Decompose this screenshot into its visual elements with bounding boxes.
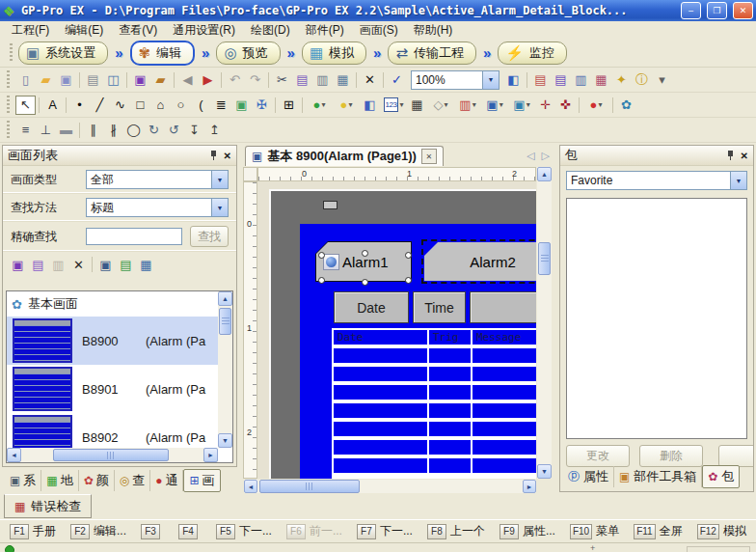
toolbar-button[interactable]: ⊥ bbox=[36, 121, 56, 140]
screen-list-item[interactable]: B8902 (Alarm (Pa bbox=[7, 413, 218, 448]
tab-close-icon[interactable]: ✕ bbox=[421, 149, 437, 164]
menu-item[interactable]: 画面(S) bbox=[352, 21, 406, 39]
chevron-down-icon[interactable]: ▼ bbox=[211, 171, 228, 188]
toolbar-button[interactable]: ▥ bbox=[312, 70, 333, 90]
function-key[interactable]: F10 菜单 bbox=[570, 523, 619, 539]
canvas-vscrollbar[interactable]: ▲ ▼ bbox=[537, 167, 552, 479]
selection-handle[interactable] bbox=[318, 277, 325, 284]
toolbar-button[interactable]: ▶ bbox=[198, 70, 218, 90]
scroll-thumb[interactable] bbox=[53, 449, 169, 461]
panel-tab[interactable]: ▣ 部件工具箱 bbox=[614, 466, 702, 487]
selection-handle[interactable] bbox=[362, 279, 368, 286]
toolbar-button[interactable]: ▤ bbox=[551, 70, 571, 90]
toolbar-button[interactable]: ▤ bbox=[292, 70, 312, 90]
menu-item[interactable]: 帮助(H) bbox=[406, 21, 461, 39]
scroll-thumb[interactable] bbox=[259, 480, 360, 493]
toolbar-button[interactable]: ∥ bbox=[83, 121, 103, 140]
close-button[interactable]: ✕ bbox=[733, 2, 753, 19]
function-key[interactable]: F9 属性... bbox=[500, 523, 555, 539]
menu-item[interactable]: 部件(P) bbox=[298, 21, 352, 39]
selection-handle[interactable] bbox=[405, 252, 412, 259]
error-check-tab[interactable]: ▦ 错误检查 bbox=[4, 494, 92, 518]
toolbar-button[interactable]: ∦ bbox=[103, 121, 123, 140]
next-tab-icon[interactable]: ▷ bbox=[542, 150, 550, 162]
find-button[interactable]: 查找 bbox=[190, 226, 229, 247]
minimize-button[interactable]: – bbox=[681, 2, 701, 19]
alarm-table[interactable]: Date Trig Message bbox=[332, 328, 536, 479]
toolbar-button[interactable]: ✂ bbox=[272, 70, 292, 90]
toolbar-button[interactable]: ✠ bbox=[252, 96, 272, 115]
screen-type-select[interactable]: 全部 ▼ bbox=[86, 170, 229, 189]
alarm-tab-2[interactable]: Alarm2 bbox=[421, 239, 536, 284]
small-part[interactable] bbox=[323, 201, 338, 209]
menu-item[interactable]: 绘图(D) bbox=[243, 21, 298, 39]
toolbar-button[interactable]: ▰ bbox=[36, 70, 56, 90]
toolbar-button[interactable]: ▤ bbox=[530, 70, 551, 90]
toolbar-button[interactable]: ↥ bbox=[204, 121, 225, 140]
toolbar-button[interactable]: ( bbox=[191, 96, 211, 115]
toolbar-button[interactable]: ↧ bbox=[184, 121, 204, 140]
toolbar-grip[interactable] bbox=[7, 70, 10, 90]
toolbar-button[interactable]: A bbox=[42, 96, 63, 115]
function-key[interactable]: F3 bbox=[141, 524, 164, 539]
close-icon[interactable]: ✕ bbox=[741, 151, 748, 161]
toolbar-button[interactable]: ⓘ bbox=[632, 70, 652, 90]
toolbar-button[interactable]: ◧ bbox=[503, 70, 524, 90]
screen-list-item[interactable]: B8900 (Alarm (Pa bbox=[7, 317, 218, 365]
toolbar-button[interactable]: ▦ bbox=[333, 70, 353, 90]
function-key[interactable]: F7 下一... bbox=[357, 523, 413, 539]
toolbar-button[interactable]: ≡ bbox=[15, 121, 36, 140]
workflow-button[interactable]: ⇄ 传输工程 bbox=[388, 41, 476, 65]
pin-icon[interactable] bbox=[725, 150, 736, 161]
selection-handle[interactable] bbox=[362, 250, 368, 257]
function-key[interactable]: F1 手册 bbox=[10, 523, 56, 539]
delete-button[interactable]: 删除 bbox=[639, 445, 703, 467]
change-button[interactable]: 更改 bbox=[566, 445, 630, 467]
toolbar-button[interactable]: ▥ bbox=[571, 70, 591, 90]
toolbar-button[interactable]: ▯ bbox=[15, 70, 36, 90]
panel-tab[interactable]: ◎ 查 bbox=[115, 470, 150, 491]
scroll-down-icon[interactable]: ▼ bbox=[218, 433, 232, 448]
workflow-button[interactable]: ◎ 预览 bbox=[216, 41, 280, 65]
toolbar-button[interactable]: ▣ bbox=[130, 70, 150, 90]
toolbar-button[interactable]: ● bbox=[582, 96, 609, 115]
toolbar-button[interactable]: 123 bbox=[380, 96, 407, 115]
toolbar-button[interactable]: ↻ bbox=[144, 121, 164, 140]
screen-background[interactable]: Alarm1 Alarm2 bbox=[300, 224, 536, 479]
toolbar-button[interactable]: • bbox=[69, 96, 90, 115]
table-header-cell[interactable]: Time bbox=[413, 291, 466, 323]
menu-item[interactable]: 编辑(E) bbox=[57, 21, 111, 39]
workflow-button[interactable]: ✾ 编辑 bbox=[130, 41, 196, 66]
panel-tab[interactable]: ⊞ 画 bbox=[183, 469, 220, 492]
toolbar-button[interactable]: ✕ bbox=[360, 70, 380, 90]
function-key[interactable]: F12 模拟 bbox=[697, 523, 746, 539]
toolbar-button[interactable]: ◧ bbox=[360, 96, 380, 115]
toolbar-button[interactable]: ▰ bbox=[150, 70, 171, 90]
toolbar-button[interactable]: □ bbox=[130, 96, 150, 115]
toolbar-button[interactable]: ∿ bbox=[110, 96, 130, 115]
function-key[interactable]: F4 bbox=[178, 524, 202, 539]
toolbar-button[interactable]: ✛ bbox=[535, 96, 555, 115]
table-row[interactable] bbox=[334, 422, 536, 436]
panel-tab[interactable]: ● 通 bbox=[150, 470, 183, 491]
toolbar-button[interactable]: ▤ bbox=[83, 70, 103, 90]
toolbar-button[interactable]: ▣ bbox=[481, 96, 508, 115]
pin-icon[interactable] bbox=[208, 150, 219, 161]
toolbar-button[interactable]: ▾ bbox=[652, 70, 672, 90]
table-row[interactable] bbox=[334, 385, 536, 400]
search-method-select[interactable]: 标题 ▼ bbox=[86, 198, 229, 217]
menu-item[interactable]: 查看(V) bbox=[111, 21, 165, 39]
scroll-thumb[interactable] bbox=[219, 308, 231, 335]
scroll-right-icon[interactable]: ► bbox=[523, 480, 536, 493]
function-key[interactable]: F8 上一个 bbox=[427, 523, 485, 539]
toolbar-button[interactable]: ○ bbox=[171, 96, 191, 115]
toolbar-grip[interactable] bbox=[7, 96, 10, 115]
workflow-button[interactable]: ▦ 模拟 bbox=[302, 41, 366, 65]
scroll-left-icon[interactable]: ◄ bbox=[7, 448, 21, 462]
function-key[interactable]: F5 下一... bbox=[216, 523, 272, 539]
toolbar-button[interactable]: ✿ bbox=[616, 96, 636, 115]
selection-handle[interactable] bbox=[318, 252, 325, 259]
table-row[interactable] bbox=[334, 403, 536, 418]
table-row[interactable] bbox=[334, 458, 536, 473]
toolbar-button[interactable]: ◀ bbox=[177, 70, 198, 90]
